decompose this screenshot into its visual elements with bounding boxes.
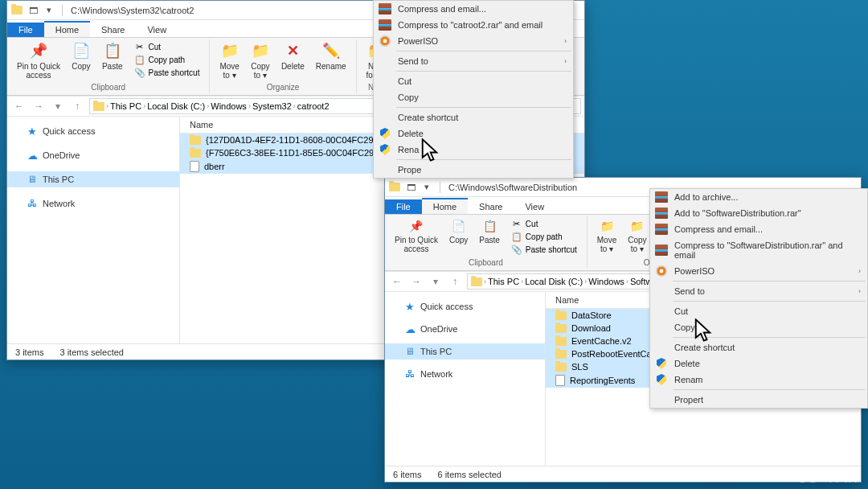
nav-pane: ★Quick access ☁OneDrive 🖥This PC 🖧Networ… — [7, 117, 180, 343]
ctx-compress-named-email[interactable]: Compress to "catroot2.rar" and email — [374, 17, 573, 33]
tab-share[interactable]: Share — [90, 21, 136, 37]
delete-button[interactable]: ✕Delete — [278, 39, 308, 72]
cut-button[interactable]: ✂Cut — [134, 41, 200, 52]
up-button[interactable]: ↑ — [68, 97, 86, 115]
ctx-cut[interactable]: Cut — [374, 73, 573, 89]
folder-icon — [555, 311, 567, 320]
scissors-icon: ✂ — [134, 41, 145, 52]
back-button[interactable]: ← — [10, 97, 28, 115]
file-icon — [190, 161, 199, 172]
pin-icon: 📌 — [408, 218, 424, 234]
move-to-button[interactable]: 📁Move to ▾ — [594, 216, 620, 255]
context-menu: Compress and email... Compress to "catro… — [373, 0, 574, 179]
copy-to-button[interactable]: 📁Copy to ▾ — [248, 39, 273, 81]
recent-button[interactable]: ▾ — [427, 273, 444, 290]
folder-icon — [190, 136, 201, 145]
nav-onedrive[interactable]: ☁OneDrive — [385, 321, 545, 337]
pin-button[interactable]: 📌Pin to Quick access — [14, 39, 63, 81]
ctx-add-archive[interactable]: Add to archive... — [650, 189, 867, 205]
recent-button[interactable]: ▾ — [49, 97, 67, 115]
paste-button[interactable]: 📋Paste — [476, 216, 503, 246]
paste-button[interactable]: 📋Paste — [99, 39, 126, 72]
ctx-rename[interactable]: Renam — [650, 372, 867, 388]
paste-shortcut-button[interactable]: 📎Paste shortcut — [134, 67, 200, 78]
ctx-copy[interactable]: Copy — [374, 89, 573, 105]
down-icon[interactable]: ▾ — [420, 181, 433, 194]
cloud-icon: ☁ — [27, 150, 38, 161]
ctx-delete[interactable]: Delete — [374, 125, 573, 142]
chevron-right-icon: › — [564, 37, 567, 45]
nav-network[interactable]: 🖧Network — [385, 366, 545, 382]
ctx-delete[interactable]: Delete — [650, 355, 867, 372]
save-icon[interactable]: 🗖 — [27, 4, 39, 17]
ctx-compress-email[interactable]: Compress and email... — [650, 221, 867, 237]
down-icon[interactable]: ▾ — [43, 4, 55, 17]
back-button[interactable]: ← — [388, 273, 406, 290]
copy-path-button[interactable]: 📋Copy path — [134, 54, 200, 65]
nav-quick-access[interactable]: ★Quick access — [385, 298, 545, 314]
tab-share[interactable]: Share — [468, 198, 514, 214]
nav-network[interactable]: 🖧Network — [7, 195, 179, 212]
ctx-compress-named-email[interactable]: Compress to "SoftwareDistribution.rar" a… — [650, 237, 867, 263]
status-bar: 6 items 6 items selected — [385, 466, 861, 482]
copy-button[interactable]: 📄Copy — [68, 39, 94, 72]
star-icon: ★ — [404, 301, 416, 312]
ctx-rename[interactable]: Rena — [374, 142, 573, 158]
cut-button[interactable]: ✂Cut — [511, 218, 577, 229]
save-icon[interactable]: 🗖 — [404, 181, 417, 194]
path-icon: 📋 — [134, 54, 145, 65]
copyto-icon: 📁 — [251, 41, 270, 60]
breadcrumb: Local Disk (C:)› — [525, 277, 587, 286]
copy-path-button[interactable]: 📋Copy path — [511, 231, 577, 242]
rename-button[interactable]: ✏️Rename — [313, 39, 350, 72]
copy-button[interactable]: 📄Copy — [446, 216, 471, 246]
monitor-icon: 🖥 — [404, 346, 416, 357]
tab-home[interactable]: Home — [44, 21, 90, 37]
ctx-send-to[interactable]: Send to› — [374, 53, 573, 69]
ctx-properties[interactable]: Prope — [374, 162, 573, 178]
copy-to-button[interactable]: 📁Copy to ▾ — [624, 216, 649, 255]
ctx-send-to[interactable]: Send to› — [650, 283, 867, 299]
nav-this-pc[interactable]: 🖥This PC — [7, 171, 179, 187]
tab-file[interactable]: File — [7, 23, 44, 37]
ctx-create-shortcut[interactable]: Create shortcut — [650, 339, 867, 355]
tab-file[interactable]: File — [385, 199, 422, 214]
paste-icon: 📋 — [481, 218, 497, 234]
rar-icon — [655, 223, 668, 236]
breadcrumb: Windows› — [588, 277, 628, 286]
nav-quick-access[interactable]: ★Quick access — [7, 123, 179, 139]
tab-home[interactable]: Home — [422, 198, 468, 214]
ctx-properties[interactable]: Propert — [650, 392, 867, 408]
copy-icon: 📄 — [72, 41, 91, 60]
forward-button[interactable]: → — [407, 273, 425, 290]
ctx-compress-email[interactable]: Compress and email... — [374, 1, 573, 17]
delete-icon: ✕ — [283, 41, 302, 60]
tab-view[interactable]: View — [514, 198, 555, 214]
ctx-create-shortcut[interactable]: Create shortcut — [374, 109, 573, 125]
ctx-cut[interactable]: Cut — [650, 303, 867, 319]
rar-icon — [655, 244, 668, 257]
shield-icon — [379, 127, 391, 140]
ctx-poweriso[interactable]: PowerISO› — [650, 263, 867, 279]
tab-view[interactable]: View — [136, 21, 178, 37]
chevron-right-icon: › — [858, 287, 861, 295]
folder-icon — [388, 181, 401, 194]
forward-button[interactable]: → — [30, 97, 47, 115]
shortcut-icon: 📎 — [134, 67, 145, 78]
up-button[interactable]: ↑ — [446, 273, 464, 290]
separator — [673, 301, 866, 302]
ctx-add-named[interactable]: Add to "SoftwareDistribution.rar" — [650, 205, 867, 221]
move-to-button[interactable]: 📁Move to ▾ — [216, 39, 242, 81]
folder-icon — [555, 350, 567, 359]
ctx-copy[interactable]: Copy — [650, 319, 867, 335]
pin-button[interactable]: 📌Pin to Quick access — [391, 216, 441, 255]
nav-this-pc[interactable]: 🖥This PC — [385, 343, 545, 360]
folder-icon — [93, 102, 104, 111]
file-icon — [555, 375, 565, 386]
ctx-poweriso[interactable]: PowerISO› — [374, 33, 573, 49]
rar-icon — [379, 2, 391, 15]
paste-shortcut-button[interactable]: 📎Paste shortcut — [511, 244, 577, 255]
item-count: 6 items — [393, 470, 421, 479]
star-icon: ★ — [27, 125, 38, 137]
nav-onedrive[interactable]: ☁OneDrive — [7, 147, 179, 163]
